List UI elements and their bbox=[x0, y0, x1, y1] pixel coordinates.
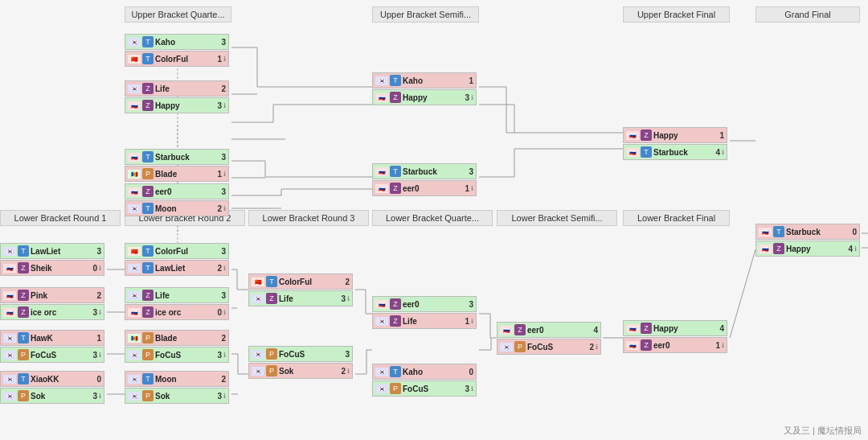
player-row[interactable]: 🇷🇺 Z ice orc 3 ℹ bbox=[0, 304, 104, 320]
player-row[interactable]: 🇰🇷 P Sok 3 ℹ bbox=[0, 388, 104, 404]
player-row[interactable]: 🇷🇺 Z Sheik 0 ℹ bbox=[0, 260, 104, 276]
player-row[interactable]: 🇷🇺 Z Happy 4 ℹ bbox=[755, 241, 860, 257]
player-row[interactable]: 🇨🇳 T ColorFul 3 bbox=[125, 243, 229, 259]
info-icon[interactable]: ℹ bbox=[223, 265, 226, 272]
player-row[interactable]: 🇷🇺 Z eer0 3 bbox=[372, 296, 477, 312]
player-row[interactable]: 🇷🇺 Z eer0 4 bbox=[497, 322, 601, 338]
player-row[interactable]: 🇰🇷 Z Life 1 ℹ bbox=[372, 313, 477, 329]
score: 2 bbox=[336, 367, 346, 376]
info-icon[interactable]: ℹ bbox=[347, 368, 350, 375]
info-icon[interactable]: ℹ bbox=[223, 393, 226, 400]
race-icon: T bbox=[142, 245, 154, 257]
player-row[interactable]: 🇰🇷 T Kaho 1 bbox=[372, 72, 477, 88]
player-row[interactable]: 🇷🇺 Z eer0 1 ℹ bbox=[372, 180, 477, 196]
info-icon[interactable]: ℹ bbox=[99, 393, 101, 400]
player-row[interactable]: 🇰🇷 T LawLiet 3 bbox=[0, 243, 104, 259]
player-row[interactable]: 🇰🇷 P FoCuS 3 ℹ bbox=[125, 347, 229, 363]
score: 3 bbox=[216, 38, 226, 47]
score: 3 bbox=[92, 247, 101, 256]
flag-cn: 🇨🇳 bbox=[252, 278, 264, 286]
player-name: XiaoKK bbox=[31, 375, 92, 384]
player-row[interactable]: 🇰🇷 T LawLiet 2 ℹ bbox=[125, 260, 229, 276]
player-row[interactable]: 🇷🇺 Z ice orc 0 ℹ bbox=[125, 304, 229, 320]
player-row[interactable]: 🇨🇳 T ColorFul 2 bbox=[248, 273, 353, 290]
player-row[interactable]: 🇰🇷 T XiaoKK 0 bbox=[0, 371, 104, 387]
player-row[interactable]: 🇲🇩 P Blade 2 bbox=[125, 330, 229, 346]
flag-kr: 🇰🇷 bbox=[375, 317, 388, 326]
player-row[interactable]: 🇰🇷 T Kaho 3 bbox=[125, 34, 229, 50]
score: 2 bbox=[584, 343, 594, 352]
player-row[interactable]: 🇷🇺 Z eer0 3 bbox=[125, 183, 229, 199]
info-icon[interactable]: ℹ bbox=[596, 343, 598, 351]
info-icon[interactable]: ℹ bbox=[347, 295, 350, 302]
player-row[interactable]: 🇰🇷 T HawK 1 bbox=[0, 330, 104, 346]
upper-final-label: Upper Bracket Final bbox=[623, 6, 730, 23]
player-row[interactable]: 🇰🇷 P Sok 3 ℹ bbox=[125, 388, 229, 404]
player-row[interactable]: 🇰🇷 P FoCuS 2 ℹ bbox=[497, 339, 601, 355]
upper-semi-label: Upper Bracket Semifi... bbox=[372, 6, 479, 23]
player-row[interactable]: 🇰🇷 Z Life 3 bbox=[125, 287, 229, 303]
info-icon[interactable]: ℹ bbox=[223, 56, 226, 63]
flag-md: 🇲🇩 bbox=[128, 334, 141, 343]
player-row[interactable]: 🇰🇷 T Kaho 0 bbox=[372, 364, 477, 380]
score: 3 bbox=[212, 351, 222, 360]
info-icon[interactable]: ℹ bbox=[223, 352, 226, 359]
score: 2 bbox=[216, 334, 226, 343]
info-icon[interactable]: ℹ bbox=[99, 265, 101, 272]
score: 3 bbox=[460, 384, 469, 393]
info-icon[interactable]: ℹ bbox=[722, 342, 724, 349]
info-icon[interactable]: ℹ bbox=[99, 352, 101, 359]
player-row[interactable]: 🇷🇺 Z Pink 2 bbox=[0, 287, 104, 303]
player-row[interactable]: 🇷🇺 Z Happy 3 ℹ bbox=[125, 97, 229, 113]
race-icon: T bbox=[142, 203, 154, 214]
player-name: Sok bbox=[155, 392, 212, 401]
lower-r3-label: Lower Bracket Round 3 bbox=[248, 210, 369, 226]
info-icon[interactable]: ℹ bbox=[223, 171, 226, 178]
race-icon: P bbox=[266, 365, 277, 376]
score: 2 bbox=[212, 204, 222, 213]
flag-md: 🇲🇩 bbox=[128, 170, 141, 179]
player-row[interactable]: 🇨🇳 T ColorFul 1 ℹ bbox=[125, 51, 229, 67]
info-icon[interactable]: ℹ bbox=[854, 245, 857, 253]
player-row[interactable]: 🇰🇷 T Moon 2 ℹ bbox=[125, 200, 229, 216]
flag-ru: 🇷🇺 bbox=[128, 101, 141, 110]
player-row[interactable]: 🇷🇺 Z Happy 1 bbox=[623, 127, 727, 143]
info-icon[interactable]: ℹ bbox=[471, 185, 473, 192]
player-row[interactable]: 🇰🇷 P FoCuS 3 ℹ bbox=[0, 347, 104, 363]
player-name: Happy bbox=[403, 93, 460, 102]
player-row[interactable]: 🇰🇷 Z Life 2 bbox=[125, 80, 229, 97]
score: 4 bbox=[843, 245, 853, 253]
lr2-match3: 🇲🇩 P Blade 2 🇰🇷 P FoCuS 3 ℹ bbox=[125, 330, 229, 364]
player-name: FoCuS bbox=[527, 343, 584, 352]
player-name: ColorFul bbox=[279, 278, 340, 286]
info-icon[interactable]: ℹ bbox=[471, 385, 473, 393]
player-row[interactable]: 🇷🇺 T Starbuck 0 bbox=[755, 224, 860, 240]
flag-kr: 🇰🇷 bbox=[3, 392, 16, 401]
player-row[interactable]: 🇷🇺 T Starbuck 3 bbox=[372, 163, 477, 179]
info-icon[interactable]: ℹ bbox=[99, 309, 101, 316]
race-icon: P bbox=[18, 349, 29, 360]
race-icon: Z bbox=[18, 306, 29, 318]
flag-kr: 🇰🇷 bbox=[375, 384, 388, 393]
player-row[interactable]: 🇰🇷 P Sok 2 ℹ bbox=[248, 363, 353, 379]
flag-ru: 🇷🇺 bbox=[375, 184, 388, 193]
race-icon: P bbox=[390, 383, 401, 394]
flag-kr: 🇰🇷 bbox=[3, 375, 16, 384]
player-row[interactable]: 🇰🇷 Z Life 3 ℹ bbox=[248, 290, 353, 306]
player-row[interactable]: 🇰🇷 P FoCuS 3 bbox=[248, 346, 353, 362]
player-row[interactable]: 🇲🇩 P Blade 1 ℹ bbox=[125, 166, 229, 182]
info-icon[interactable]: ℹ bbox=[722, 149, 724, 156]
info-icon[interactable]: ℹ bbox=[223, 205, 226, 212]
info-icon[interactable]: ℹ bbox=[223, 102, 226, 109]
player-row[interactable]: 🇷🇺 T Starbuck 3 bbox=[125, 149, 229, 165]
player-row[interactable]: 🇰🇷 T Moon 2 bbox=[125, 371, 229, 387]
player-row[interactable]: 🇰🇷 P FoCuS 3 ℹ bbox=[372, 380, 477, 397]
race-icon: T bbox=[390, 75, 401, 86]
player-row[interactable]: 🇷🇺 Z eer0 1 ℹ bbox=[623, 337, 727, 353]
player-row[interactable]: 🇷🇺 Z Happy 3 ℹ bbox=[372, 89, 477, 105]
player-row[interactable]: 🇷🇺 Z Happy 4 bbox=[623, 320, 727, 336]
info-icon[interactable]: ℹ bbox=[471, 94, 473, 101]
info-icon[interactable]: ℹ bbox=[223, 309, 226, 316]
info-icon[interactable]: ℹ bbox=[471, 318, 473, 325]
player-row[interactable]: 🇷🇺 T Starbuck 4 ℹ bbox=[623, 144, 727, 160]
